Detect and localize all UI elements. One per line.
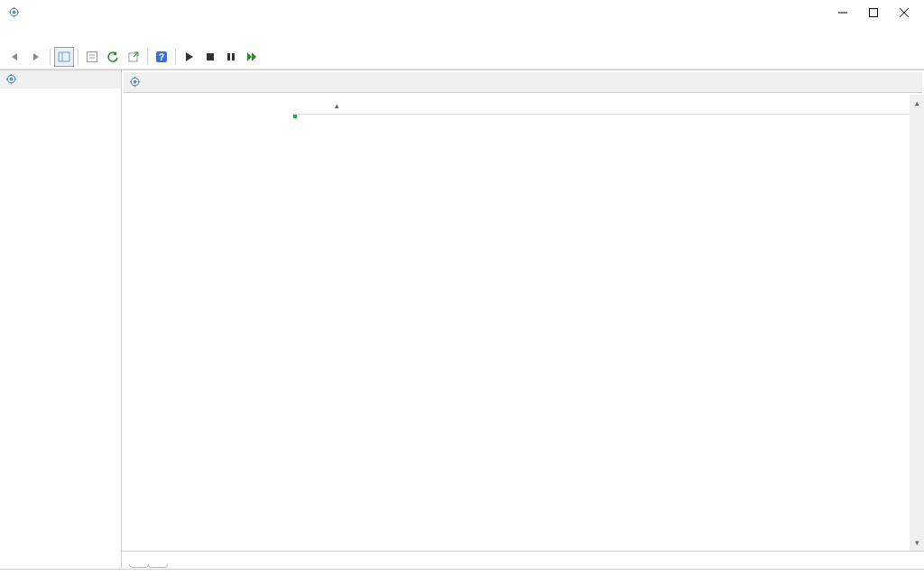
service-list[interactable]: ▴ (293, 95, 910, 551)
svg-rect-14 (207, 53, 214, 60)
pane-header (124, 72, 922, 93)
show-hide-tree-button[interactable] (54, 47, 74, 67)
menu-archivo[interactable] (5, 33, 20, 37)
back-button[interactable] (5, 47, 25, 67)
restart-service-button[interactable] (242, 47, 262, 67)
tree-root-item[interactable] (0, 70, 121, 88)
sort-asc-icon: ▴ (335, 101, 339, 110)
menu-ayuda[interactable] (54, 33, 69, 37)
col-header-logon[interactable] (761, 102, 837, 107)
menu-ver[interactable] (38, 33, 52, 37)
scroll-down-arrow[interactable]: ▾ (915, 538, 919, 551)
detail-panel (122, 95, 293, 551)
svg-rect-16 (232, 53, 235, 60)
svg-point-20 (134, 79, 137, 83)
vertical-scrollbar[interactable]: ▴ ▾ (910, 95, 924, 551)
close-button[interactable] (897, 5, 911, 20)
right-pane: ▴ ▴ ▾ (122, 70, 924, 569)
svg-rect-6 (59, 52, 69, 61)
tree-pane (0, 70, 122, 569)
properties-button[interactable] (82, 47, 102, 67)
pause-service-button[interactable] (221, 47, 241, 67)
svg-rect-15 (227, 53, 230, 60)
refresh-button[interactable] (103, 47, 123, 67)
app-icon (7, 5, 22, 20)
list-header: ▴ (293, 95, 910, 115)
titlebar (0, 0, 924, 25)
col-header-name[interactable]: ▴ (293, 96, 555, 114)
svg-text:?: ? (159, 52, 164, 62)
col-header-description[interactable] (555, 102, 625, 107)
svg-rect-8 (88, 51, 97, 61)
gear-icon (129, 76, 143, 88)
svg-point-1 (12, 10, 15, 14)
col-header-startup[interactable] (686, 102, 761, 107)
main-area: ▴ ▴ ▾ (0, 70, 924, 569)
export-button[interactable] (124, 47, 143, 67)
help-button[interactable]: ? (152, 47, 171, 67)
col-header-status[interactable] (625, 102, 686, 107)
statusbar (0, 569, 924, 585)
gear-icon (5, 73, 19, 86)
svg-point-18 (10, 77, 14, 80)
minimize-button[interactable] (836, 5, 850, 20)
tab-extended[interactable] (129, 564, 149, 568)
start-service-button[interactable] (180, 47, 199, 67)
highlight-annotation (293, 115, 297, 118)
forward-button[interactable] (26, 47, 46, 67)
tab-standard[interactable] (148, 564, 168, 568)
menu-accion[interactable] (22, 33, 36, 37)
scroll-up-arrow[interactable]: ▴ (915, 95, 919, 107)
menubar (0, 25, 924, 44)
maximize-button[interactable] (866, 5, 881, 20)
view-tabs (122, 551, 924, 569)
stop-service-button[interactable] (200, 47, 220, 67)
svg-rect-3 (870, 9, 878, 17)
toolbar: ? (0, 44, 924, 70)
